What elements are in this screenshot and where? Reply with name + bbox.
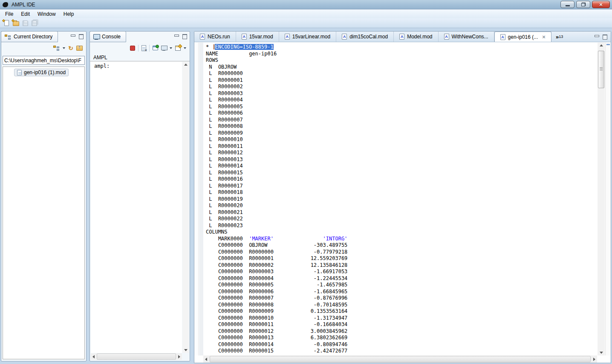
toolbar-separator xyxy=(149,45,150,52)
editor-tab-bar: ANEOs.runA15var.modA15varLinear.modAdim1… xyxy=(194,32,611,42)
ampl-file-icon: A xyxy=(242,34,247,40)
scroll-down-icon[interactable] xyxy=(184,349,188,351)
console-view: Console AMPL ampl: xyxy=(89,31,190,361)
close-button[interactable]: × xyxy=(592,1,610,8)
scrollbar-thumb[interactable] xyxy=(97,353,176,360)
editor-vscrollbar[interactable] xyxy=(598,43,605,355)
code-line: L R0000011 xyxy=(206,143,597,150)
code-line: C0000000 R0000002 12.135846128 xyxy=(206,262,597,269)
scroll-up-icon[interactable] xyxy=(600,44,603,46)
file-item[interactable]: gen-ip016 (1).mod xyxy=(14,69,69,76)
display-selected-console-icon[interactable] xyxy=(161,46,167,51)
minimize-button[interactable] xyxy=(560,1,574,8)
file-list: gen-ip016 (1).mod xyxy=(3,66,85,359)
code-line: L R0000023 xyxy=(206,222,597,229)
code-line: L R0000010 xyxy=(206,136,597,143)
editor-tab-label: WithNewCons... xyxy=(452,34,488,40)
code-line: * ENCODING=ISO-8859-1 xyxy=(206,44,597,51)
code-line: COLUMNS xyxy=(206,229,597,236)
open-console-icon[interactable] xyxy=(175,46,181,51)
pin-console-icon[interactable] xyxy=(153,46,158,50)
open-console-dropdown-icon[interactable] xyxy=(184,47,186,49)
code-line: L R0000021 xyxy=(206,209,597,216)
terminate-icon[interactable] xyxy=(130,46,135,51)
code-line: C0000000 R0000005 -1.4657985 xyxy=(206,282,597,289)
editor-tab-model-mod[interactable]: AModel.mod xyxy=(394,32,438,42)
editor-tab-15var-mod[interactable]: A15var.mod xyxy=(236,32,279,42)
console-output[interactable]: ampl: xyxy=(91,62,182,353)
editor-hscrollbar[interactable] xyxy=(203,355,597,363)
scrollbar-thumb[interactable] xyxy=(598,51,604,88)
scroll-right-icon[interactable] xyxy=(593,358,595,361)
code-line: L R0000015 xyxy=(206,170,597,176)
display-console-dropdown-icon[interactable] xyxy=(170,47,172,49)
menu-help[interactable]: Help xyxy=(60,10,78,18)
clear-console-icon[interactable] xyxy=(141,45,146,51)
editor-tab-gen-ip016[interactable]: Agen-ip016 (...× xyxy=(494,32,551,42)
tab-overflow[interactable]: »13 xyxy=(552,32,566,42)
ampl-file-icon: A xyxy=(444,34,449,40)
code-line: C0000000 R0000003 -1.66917053 xyxy=(206,269,597,275)
open-folder-button[interactable] xyxy=(11,19,20,28)
file-name: gen-ip016 (1).mod xyxy=(24,69,66,75)
menu-edit[interactable]: Edit xyxy=(17,10,34,18)
code-line: C0000000 R0000006 -1.66845965 xyxy=(206,289,597,295)
save-all-button[interactable] xyxy=(30,19,39,28)
editor-tab-dim15cocal-mod[interactable]: Adim15coCal.mod xyxy=(336,32,394,42)
toolbar-separator xyxy=(138,45,139,52)
close-tab-icon[interactable]: × xyxy=(542,35,546,40)
save-button[interactable] xyxy=(20,19,30,28)
code-line: C0000000 R0000013 6.3802362669 xyxy=(206,335,597,341)
maximize-view-icon[interactable] xyxy=(182,34,187,39)
console-vscrollbar[interactable] xyxy=(182,62,189,353)
main-toolbar xyxy=(0,18,612,28)
title-bar[interactable]: AMPL IDE × xyxy=(0,0,612,9)
code-line: L R0000008 xyxy=(206,123,597,130)
scroll-up-icon[interactable] xyxy=(184,64,188,66)
console-hscrollbar[interactable] xyxy=(91,353,182,360)
current-directory-tab[interactable]: Current Directory xyxy=(1,31,58,42)
minimize-view-icon[interactable] xyxy=(71,34,75,39)
view-menu-icon[interactable] xyxy=(53,45,60,51)
console-tab[interactable]: Console xyxy=(89,31,126,42)
editor-tab-label: NEOs.run xyxy=(208,34,230,40)
minimize-editor-icon[interactable] xyxy=(595,35,599,39)
window-controls: × xyxy=(559,1,610,8)
scroll-right-icon[interactable] xyxy=(178,355,180,358)
editor-tab-15varlinear-mod[interactable]: A15varLinear.mod xyxy=(279,32,336,42)
code-line: L R0000002 xyxy=(206,84,597,90)
maximize-editor-icon[interactable] xyxy=(603,35,607,39)
code-line: L R0000020 xyxy=(206,202,597,209)
code-line: L R0000001 xyxy=(206,77,597,84)
new-file-button[interactable] xyxy=(2,19,11,28)
scrollbar-thumb[interactable] xyxy=(210,356,591,362)
editor-tab-label: gen-ip016 (... xyxy=(508,34,538,40)
code-line: MARK0000 'MARKER' 'INTORG' xyxy=(206,236,597,243)
code-area[interactable]: * ENCODING=ISO-8859-1NAME gen-ip016ROWS … xyxy=(203,43,597,355)
scroll-left-icon[interactable] xyxy=(92,355,95,358)
restore-button[interactable] xyxy=(576,1,590,8)
chevron-overflow-icon: » xyxy=(556,34,559,40)
code-line: L R0000006 xyxy=(206,110,597,117)
refresh-icon[interactable]: ↻ xyxy=(68,45,73,51)
menu-file[interactable]: File xyxy=(1,10,17,18)
editor-tab-neos-run[interactable]: ANEOs.run xyxy=(194,32,236,42)
ampl-file-icon: A xyxy=(399,34,404,40)
go-up-folder-icon[interactable]: ↑ xyxy=(76,46,83,51)
menu-window[interactable]: Window xyxy=(34,10,60,18)
code-line: C0000000 R0000000 -0.77979218 xyxy=(206,249,597,256)
directory-path-input[interactable] xyxy=(3,56,85,65)
open-folder-icon xyxy=(13,21,19,26)
code-line: C0000000 R0000004 -1.22445534 xyxy=(206,275,597,282)
editor-tab-withnewcons[interactable]: AWithNewCons... xyxy=(439,32,494,42)
code-line: C0000000 R0000014 -0.80894746 xyxy=(206,341,597,348)
scroll-left-icon[interactable] xyxy=(205,358,207,361)
view-menu-dropdown-icon[interactable] xyxy=(63,47,65,49)
code-line: C0000000 R0000015 -2.42472677 xyxy=(206,348,597,355)
console-icon xyxy=(93,34,99,40)
fold-ruler xyxy=(199,43,203,355)
scroll-down-icon[interactable] xyxy=(600,352,603,354)
code-line: L R0000013 xyxy=(206,156,597,163)
maximize-view-icon[interactable] xyxy=(79,34,84,39)
minimize-view-icon[interactable] xyxy=(174,34,179,39)
